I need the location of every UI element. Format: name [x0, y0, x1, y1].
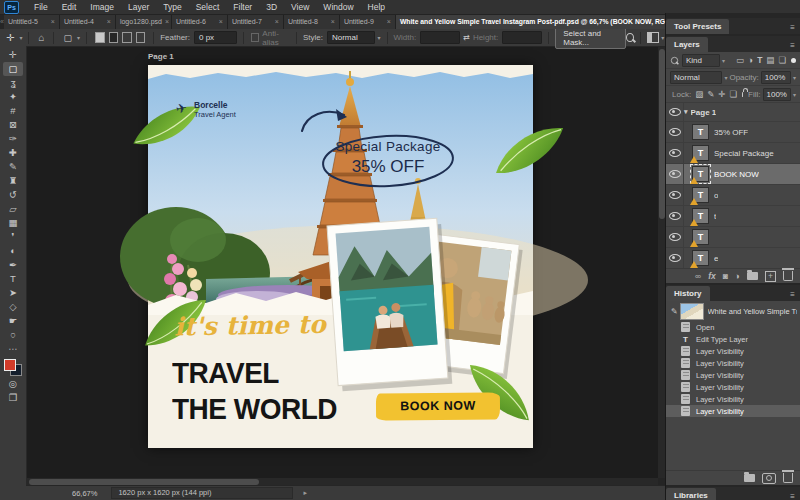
history-step-layer-visibility[interactable]: Layer Visibility	[666, 381, 800, 393]
layer-row-e[interactable]: T e	[666, 248, 800, 268]
menu-3d[interactable]: 3D	[259, 2, 284, 12]
delete-state-icon[interactable]	[783, 473, 793, 483]
link-layers-icon[interactable]: ∞	[695, 271, 701, 281]
panel-menu-icon[interactable]: ≡	[790, 23, 795, 32]
tool-rectangular-marquee[interactable]: ▢	[3, 62, 23, 76]
layer-row-space[interactable]: T	[666, 227, 800, 248]
tab-layers[interactable]: Layers	[666, 37, 708, 52]
history-step-layer-visibility[interactable]: Layer Visibility	[666, 369, 800, 381]
lock-transparency-icon[interactable]: ▨	[695, 89, 703, 99]
visibility-toggle[interactable]	[666, 164, 684, 184]
tool-frame[interactable]: ⊠	[3, 118, 23, 132]
history-snapshot[interactable]: ✎ White and Yellow Simple Travel...	[666, 301, 800, 321]
book-now-button[interactable]: BOOK NOW	[376, 392, 500, 420]
tool-shape[interactable]: ◇	[3, 300, 23, 314]
intersect-selection-icon[interactable]	[136, 32, 146, 43]
history-step-layer-visibility[interactable]: Layer Visibility	[666, 345, 800, 357]
visibility-toggle[interactable]	[666, 248, 684, 268]
tool-dodge[interactable]: ◐	[3, 244, 23, 258]
tool-eraser[interactable]: ▱	[3, 202, 23, 216]
tab-untitled-7[interactable]: Untitled-7×	[228, 14, 284, 29]
visibility-toggle[interactable]	[666, 206, 684, 226]
anti-alias-checkbox[interactable]	[251, 33, 259, 42]
panel-menu-icon[interactable]: ≡	[790, 492, 795, 500]
close-icon[interactable]: ×	[104, 18, 111, 25]
fill-input[interactable]: 100%	[763, 88, 791, 101]
tool-spot-healing-brush[interactable]: ✚	[3, 146, 23, 160]
menu-help[interactable]: Help	[361, 2, 392, 12]
layer-row-35off[interactable]: T 35% OFF	[666, 122, 800, 143]
layer-row-t[interactable]: T t	[666, 206, 800, 227]
close-icon[interactable]: ×	[384, 18, 391, 25]
close-icon[interactable]: ×	[272, 18, 279, 25]
adjustment-layer-icon[interactable]: ◑	[735, 271, 740, 281]
menu-view[interactable]: View	[284, 2, 316, 12]
tool-blur[interactable]: ❜	[3, 230, 23, 244]
status-options-icon[interactable]: ▸	[303, 489, 307, 497]
filter-pixel-layers-icon[interactable]: ▭	[736, 55, 744, 65]
tool-quick-selection[interactable]: ✦	[3, 90, 23, 104]
menu-image[interactable]: Image	[83, 2, 121, 12]
tab-logo1280[interactable]: logo1280.psd×	[116, 14, 172, 29]
tool-zoom[interactable]: ○	[3, 328, 23, 342]
add-to-selection-icon[interactable]	[109, 32, 119, 43]
style-select[interactable]: Normal	[327, 31, 376, 44]
workspace-layout-icon[interactable]	[647, 32, 659, 43]
chevron-down-icon[interactable]: ▾	[684, 108, 688, 116]
edit-toolbar-icon[interactable]: ⋯	[3, 342, 23, 356]
tool-eyedropper[interactable]: ✑	[3, 132, 23, 146]
height-input[interactable]	[502, 31, 542, 44]
opacity-input[interactable]: 100%	[761, 71, 791, 84]
tool-hand[interactable]: ☛	[3, 314, 23, 328]
tab-tool-presets[interactable]: Tool Presets	[666, 19, 729, 34]
select-and-mask-button[interactable]: Select and Mask...	[555, 27, 626, 49]
tool-type[interactable]: T	[3, 272, 23, 286]
new-snapshot-icon[interactable]	[762, 473, 776, 484]
feather-input[interactable]: 0 px	[194, 31, 238, 44]
menu-select[interactable]: Select	[189, 2, 227, 12]
visibility-toggle[interactable]	[666, 103, 684, 121]
blend-mode-select[interactable]: Normal	[670, 71, 722, 84]
canvas-area[interactable]: Page 1	[26, 46, 666, 486]
menu-type[interactable]: Type	[156, 2, 188, 12]
close-icon[interactable]: ×	[216, 18, 223, 25]
search-icon[interactable]	[626, 33, 634, 42]
layer-mask-icon[interactable]: ◙	[723, 271, 728, 281]
panel-menu-icon[interactable]: ≡	[790, 41, 795, 50]
history-step-edit-type[interactable]: TEdit Type Layer	[666, 333, 800, 345]
tab-untitled-9[interactable]: Untitled-9×	[340, 14, 396, 29]
zoom-level[interactable]: 66,67%	[72, 489, 97, 498]
panel-menu-icon[interactable]: ≡	[790, 290, 795, 299]
close-icon[interactable]: ×	[328, 18, 335, 25]
menu-filter[interactable]: Filter	[226, 2, 259, 12]
lock-position-icon[interactable]: ✛	[718, 89, 725, 99]
width-input[interactable]	[420, 31, 460, 44]
foreground-color-swatch[interactable]	[4, 359, 16, 371]
visibility-toggle[interactable]	[666, 185, 684, 205]
tool-crop[interactable]: #	[3, 104, 23, 118]
layer-style-icon[interactable]: fx	[708, 271, 716, 281]
tab-untitled-4[interactable]: Untitled-4×	[60, 14, 116, 29]
menu-layer[interactable]: Layer	[121, 2, 156, 12]
lock-pixels-icon[interactable]: ✎	[707, 89, 714, 99]
swap-dimensions-icon[interactable]: ⇄	[463, 33, 470, 42]
tool-pen[interactable]: ✒	[3, 258, 23, 272]
close-icon[interactable]: ×	[162, 18, 169, 25]
tab-libraries[interactable]: Libraries	[666, 488, 716, 500]
filter-type-icon[interactable]: T	[757, 55, 762, 65]
history-step-layer-visibility[interactable]: Layer Visibility	[666, 393, 800, 405]
menu-window[interactable]: Window	[316, 2, 360, 12]
tab-history[interactable]: History	[666, 286, 710, 301]
layer-row-book-now[interactable]: T BOOK NOW	[666, 164, 800, 185]
new-group-icon[interactable]	[747, 272, 758, 280]
visibility-toggle[interactable]	[666, 122, 684, 142]
menu-edit[interactable]: Edit	[55, 2, 84, 12]
tool-path-selection[interactable]: ➤	[3, 286, 23, 300]
quick-mask-icon[interactable]: ◎	[3, 377, 23, 391]
new-layer-icon[interactable]: +	[765, 271, 776, 282]
tool-gradient[interactable]: ▦	[3, 216, 23, 230]
layer-row-special-package[interactable]: T Special Package	[666, 143, 800, 164]
filter-adjustment-icon[interactable]: ◑	[748, 55, 753, 65]
filter-toggle-icon[interactable]	[791, 58, 796, 63]
history-step-open[interactable]: Open	[666, 321, 800, 333]
